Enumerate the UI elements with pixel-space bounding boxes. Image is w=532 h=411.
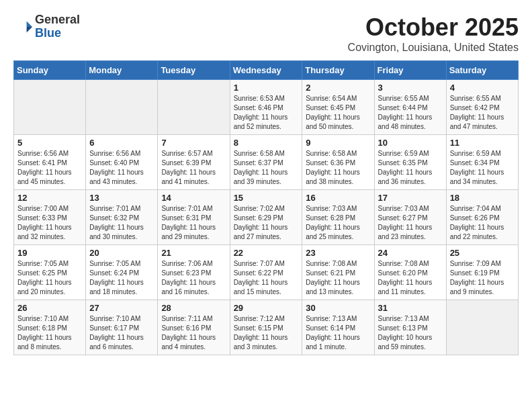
calendar-cell: 22Sunrise: 7:07 AM Sunset: 6:22 PM Dayli… xyxy=(230,245,302,300)
day-info: Sunrise: 6:56 AM Sunset: 6:40 PM Dayligh… xyxy=(89,149,154,187)
calendar-cell xyxy=(446,300,518,355)
calendar-cell: 18Sunrise: 7:04 AM Sunset: 6:26 PM Dayli… xyxy=(446,190,518,245)
calendar-table: SundayMondayTuesdayWednesdayThursdayFrid… xyxy=(13,60,519,355)
day-info: Sunrise: 6:55 AM Sunset: 6:44 PM Dayligh… xyxy=(378,94,443,132)
day-number: 7 xyxy=(161,138,226,148)
day-number: 13 xyxy=(89,193,154,203)
day-info: Sunrise: 7:06 AM Sunset: 6:23 PM Dayligh… xyxy=(161,259,226,297)
column-header-sunday: Sunday xyxy=(14,61,86,80)
day-info: Sunrise: 6:56 AM Sunset: 6:41 PM Dayligh… xyxy=(17,149,82,187)
day-number: 25 xyxy=(450,248,515,258)
calendar-cell: 23Sunrise: 7:08 AM Sunset: 6:21 PM Dayli… xyxy=(302,245,374,300)
svg-marker-1 xyxy=(27,27,32,32)
calendar-cell: 3Sunrise: 6:55 AM Sunset: 6:44 PM Daylig… xyxy=(374,80,446,135)
day-number: 10 xyxy=(378,138,443,148)
day-number: 2 xyxy=(306,83,370,93)
day-number: 30 xyxy=(306,303,370,313)
logo-icon xyxy=(13,17,32,36)
calendar-cell: 6Sunrise: 6:56 AM Sunset: 6:40 PM Daylig… xyxy=(86,135,158,190)
calendar-cell: 16Sunrise: 7:03 AM Sunset: 6:28 PM Dayli… xyxy=(302,190,374,245)
column-header-thursday: Thursday xyxy=(302,61,374,80)
day-number: 14 xyxy=(161,193,226,203)
column-header-monday: Monday xyxy=(86,61,158,80)
calendar-cell: 4Sunrise: 6:55 AM Sunset: 6:42 PM Daylig… xyxy=(446,80,518,135)
calendar-cell: 26Sunrise: 7:10 AM Sunset: 6:18 PM Dayli… xyxy=(14,300,86,355)
calendar-week-4: 19Sunrise: 7:05 AM Sunset: 6:25 PM Dayli… xyxy=(14,245,519,300)
day-info: Sunrise: 7:04 AM Sunset: 6:26 PM Dayligh… xyxy=(450,204,515,242)
page-header: General Blue October 2025 Covington, Lou… xyxy=(13,13,519,54)
calendar-cell: 21Sunrise: 7:06 AM Sunset: 6:23 PM Dayli… xyxy=(158,245,230,300)
day-number: 19 xyxy=(17,248,82,258)
calendar-cell: 17Sunrise: 7:03 AM Sunset: 6:27 PM Dayli… xyxy=(374,190,446,245)
day-number: 22 xyxy=(234,248,299,258)
calendar-cell xyxy=(158,80,230,135)
day-info: Sunrise: 7:10 AM Sunset: 6:17 PM Dayligh… xyxy=(89,314,154,352)
day-info: Sunrise: 7:10 AM Sunset: 6:18 PM Dayligh… xyxy=(17,314,82,352)
day-number: 20 xyxy=(89,248,154,258)
day-info: Sunrise: 6:58 AM Sunset: 6:37 PM Dayligh… xyxy=(234,149,299,187)
day-info: Sunrise: 7:02 AM Sunset: 6:29 PM Dayligh… xyxy=(234,204,299,242)
calendar-cell: 20Sunrise: 7:05 AM Sunset: 6:24 PM Dayli… xyxy=(86,245,158,300)
calendar-cell: 11Sunrise: 6:59 AM Sunset: 6:34 PM Dayli… xyxy=(446,135,518,190)
day-number: 31 xyxy=(378,303,443,313)
day-number: 28 xyxy=(161,303,226,313)
day-number: 17 xyxy=(378,193,443,203)
day-info: Sunrise: 7:01 AM Sunset: 6:31 PM Dayligh… xyxy=(161,204,226,242)
day-info: Sunrise: 7:03 AM Sunset: 6:27 PM Dayligh… xyxy=(378,204,443,242)
calendar-cell: 8Sunrise: 6:58 AM Sunset: 6:37 PM Daylig… xyxy=(230,135,302,190)
day-number: 5 xyxy=(17,138,82,148)
day-info: Sunrise: 7:07 AM Sunset: 6:22 PM Dayligh… xyxy=(234,259,299,297)
calendar-cell: 25Sunrise: 7:09 AM Sunset: 6:19 PM Dayli… xyxy=(446,245,518,300)
day-info: Sunrise: 7:00 AM Sunset: 6:33 PM Dayligh… xyxy=(17,204,82,242)
day-number: 1 xyxy=(234,83,299,93)
day-info: Sunrise: 7:13 AM Sunset: 6:14 PM Dayligh… xyxy=(306,314,370,352)
column-header-tuesday: Tuesday xyxy=(158,61,230,80)
day-info: Sunrise: 7:13 AM Sunset: 6:13 PM Dayligh… xyxy=(378,314,443,352)
logo-blue: Blue xyxy=(35,27,80,40)
day-info: Sunrise: 7:11 AM Sunset: 6:16 PM Dayligh… xyxy=(161,314,226,352)
calendar-week-2: 5Sunrise: 6:56 AM Sunset: 6:41 PM Daylig… xyxy=(14,135,519,190)
location-subtitle: Covington, Louisiana, United States xyxy=(348,42,519,54)
calendar-cell: 14Sunrise: 7:01 AM Sunset: 6:31 PM Dayli… xyxy=(158,190,230,245)
calendar-cell xyxy=(86,80,158,135)
day-info: Sunrise: 7:08 AM Sunset: 6:21 PM Dayligh… xyxy=(306,259,370,297)
day-number: 9 xyxy=(306,138,370,148)
calendar-cell: 2Sunrise: 6:54 AM Sunset: 6:45 PM Daylig… xyxy=(302,80,374,135)
logo: General Blue xyxy=(13,13,80,40)
day-number: 11 xyxy=(450,138,515,148)
calendar-week-5: 26Sunrise: 7:10 AM Sunset: 6:18 PM Dayli… xyxy=(14,300,519,355)
calendar-week-1: 1Sunrise: 6:53 AM Sunset: 6:46 PM Daylig… xyxy=(14,80,519,135)
column-header-friday: Friday xyxy=(374,61,446,80)
title-block: October 2025 Covington, Louisiana, Unite… xyxy=(348,13,519,54)
day-number: 3 xyxy=(378,83,443,93)
calendar-cell: 10Sunrise: 6:59 AM Sunset: 6:35 PM Dayli… xyxy=(374,135,446,190)
day-info: Sunrise: 6:59 AM Sunset: 6:35 PM Dayligh… xyxy=(378,149,443,187)
calendar-cell: 9Sunrise: 6:58 AM Sunset: 6:36 PM Daylig… xyxy=(302,135,374,190)
svg-marker-0 xyxy=(27,21,32,26)
calendar-cell: 5Sunrise: 6:56 AM Sunset: 6:41 PM Daylig… xyxy=(14,135,86,190)
calendar-cell: 19Sunrise: 7:05 AM Sunset: 6:25 PM Dayli… xyxy=(14,245,86,300)
calendar-cell: 24Sunrise: 7:08 AM Sunset: 6:20 PM Dayli… xyxy=(374,245,446,300)
day-number: 16 xyxy=(306,193,370,203)
column-header-wednesday: Wednesday xyxy=(230,61,302,80)
day-number: 24 xyxy=(378,248,443,258)
day-number: 18 xyxy=(450,193,515,203)
calendar-header-row: SundayMondayTuesdayWednesdayThursdayFrid… xyxy=(14,61,519,80)
calendar-cell: 28Sunrise: 7:11 AM Sunset: 6:16 PM Dayli… xyxy=(158,300,230,355)
calendar-week-3: 12Sunrise: 7:00 AM Sunset: 6:33 PM Dayli… xyxy=(14,190,519,245)
calendar-cell: 15Sunrise: 7:02 AM Sunset: 6:29 PM Dayli… xyxy=(230,190,302,245)
calendar-cell: 12Sunrise: 7:00 AM Sunset: 6:33 PM Dayli… xyxy=(14,190,86,245)
day-number: 29 xyxy=(234,303,299,313)
day-number: 15 xyxy=(234,193,299,203)
calendar-cell: 29Sunrise: 7:12 AM Sunset: 6:15 PM Dayli… xyxy=(230,300,302,355)
month-title: October 2025 xyxy=(348,13,519,42)
day-number: 27 xyxy=(89,303,154,313)
calendar-cell: 7Sunrise: 6:57 AM Sunset: 6:39 PM Daylig… xyxy=(158,135,230,190)
day-info: Sunrise: 6:55 AM Sunset: 6:42 PM Dayligh… xyxy=(450,94,515,132)
day-info: Sunrise: 7:08 AM Sunset: 6:20 PM Dayligh… xyxy=(378,259,443,297)
day-number: 6 xyxy=(89,138,154,148)
logo-text: General Blue xyxy=(35,13,80,40)
day-info: Sunrise: 6:58 AM Sunset: 6:36 PM Dayligh… xyxy=(306,149,370,187)
day-number: 21 xyxy=(161,248,226,258)
day-info: Sunrise: 6:57 AM Sunset: 6:39 PM Dayligh… xyxy=(161,149,226,187)
